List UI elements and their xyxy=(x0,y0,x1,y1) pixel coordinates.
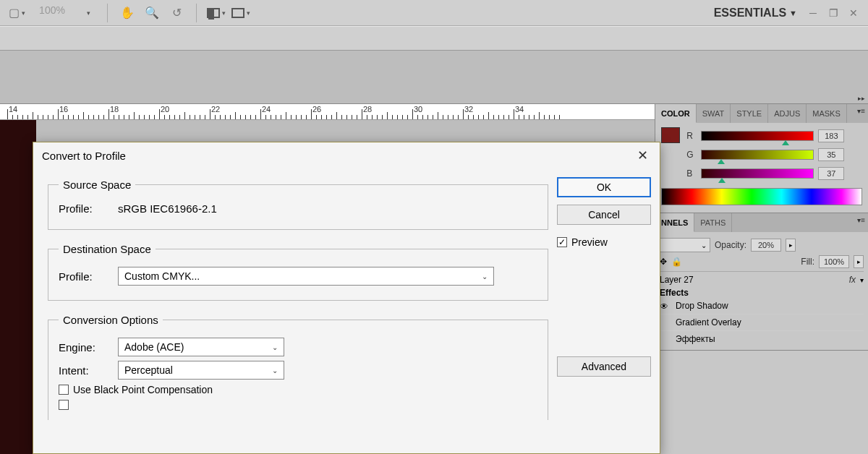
cancel-button[interactable]: Cancel xyxy=(557,205,651,225)
chevron-down-icon: ⌄ xyxy=(272,367,278,374)
conversion-options-legend: Conversion Options xyxy=(59,314,163,326)
preview-label: Preview xyxy=(571,236,608,248)
color-slider[interactable] xyxy=(701,150,814,160)
preview-checkbox[interactable] xyxy=(557,237,567,247)
intent-select[interactable]: Perceptual ⌄ xyxy=(118,361,284,380)
opacity-label: Opacity: xyxy=(715,240,746,250)
opacity-value[interactable]: 20% xyxy=(751,239,781,252)
arrangement-dropdown[interactable] xyxy=(206,3,226,23)
channel-value[interactable]: 183 xyxy=(818,129,844,142)
expand-arrow-icon[interactable]: ▸▸ xyxy=(858,95,865,102)
zoom-readout[interactable]: 100% xyxy=(29,4,75,22)
tab-masks[interactable]: MASKS xyxy=(807,104,847,123)
screenmode-icon xyxy=(231,8,244,18)
file-dropdown[interactable]: ▢ xyxy=(7,3,27,23)
workspace-switcher[interactable]: ESSENTIALS ▼ xyxy=(714,7,797,20)
workspace-label: ESSENTIALS xyxy=(714,7,786,20)
ruler-mark: 26 xyxy=(312,105,321,113)
ruler-mark: 22 xyxy=(211,105,220,113)
fill-value[interactable]: 100% xyxy=(819,255,849,268)
visibility-icon[interactable]: 👁 xyxy=(660,301,671,310)
tab-adjustments[interactable]: ADJUS xyxy=(768,104,807,123)
tab-swatches[interactable]: SWAT xyxy=(697,104,731,123)
channel-label: R xyxy=(686,131,697,141)
destination-space-group: Destination Space Profile: Custom CMYK..… xyxy=(48,243,548,301)
screenmode-dropdown[interactable] xyxy=(231,3,251,23)
source-space-legend: Source Space xyxy=(59,179,135,191)
hand-tool-icon[interactable]: ✋ xyxy=(117,3,137,23)
convert-to-profile-dialog: Convert to Profile ✕ Source Space Profil… xyxy=(33,142,660,454)
minimize-icon[interactable]: ─ xyxy=(806,6,820,20)
color-slider[interactable] xyxy=(701,131,814,141)
advanced-button[interactable]: Advanced xyxy=(557,356,651,377)
main-toolbar: ▢ 100% ✋ 🔍 ↺ ESSENTIALS ▼ ─ ❐ ✕ xyxy=(0,0,868,26)
effect-drop-shadow[interactable]: Drop Shadow xyxy=(676,301,728,311)
fill-label: Fill: xyxy=(801,257,814,267)
foreground-color-swatch[interactable] xyxy=(661,127,680,143)
blend-mode-select[interactable]: ⌄ xyxy=(660,238,710,252)
ruler-mark: 28 xyxy=(363,105,372,113)
effect-gradient-overlay[interactable]: Gradient Overlay xyxy=(676,317,741,327)
horizontal-ruler: 1416182022242628303234 xyxy=(0,104,655,120)
workspace-area: ESSENTIALS ▼ ─ ❐ ✕ xyxy=(714,6,861,20)
chevron-down-icon: ⌄ xyxy=(272,343,278,351)
tab-paths[interactable]: PATHS xyxy=(694,213,732,232)
fx-dropdown-icon[interactable]: ▾ xyxy=(860,276,864,284)
engine-select[interactable]: Adobe (ACE) ⌄ xyxy=(118,338,284,356)
ruler-mark: 30 xyxy=(414,105,422,113)
move-icon[interactable]: ✥ xyxy=(660,257,667,267)
chevron-down-icon: ⌄ xyxy=(482,273,488,280)
ruler-mark: 14 xyxy=(9,105,17,113)
restore-icon[interactable]: ❐ xyxy=(826,6,841,20)
ruler-mark: 24 xyxy=(262,105,271,113)
black-point-checkbox[interactable] xyxy=(59,385,69,395)
destination-profile-select[interactable]: Custom CMYK... ⌄ xyxy=(118,267,494,286)
source-profile-value: sRGB IEC61966-2.1 xyxy=(118,202,217,215)
dialog-title: Convert to Profile xyxy=(42,150,126,162)
ruler-mark: 20 xyxy=(161,105,169,113)
lock-icon[interactable]: 🔒 xyxy=(671,257,682,267)
layers-panel-tabs: NNELS PATHS ▾≡ xyxy=(655,213,868,232)
zoom-tool-icon[interactable]: 🔍 xyxy=(142,3,162,23)
ruler-mark: 18 xyxy=(110,105,119,113)
black-point-label: Use Black Point Compensation xyxy=(73,384,213,395)
color-panel-tabs: COLOR SWAT STYLE ADJUS MASKS ▾≡ xyxy=(655,104,868,123)
source-space-group: Source Space Profile: sRGB IEC61966-2.1 xyxy=(48,179,548,230)
profile-label: Profile: xyxy=(59,270,111,283)
engine-label: Engine: xyxy=(59,341,111,354)
ruler-mark: 32 xyxy=(464,105,473,113)
intent-value: Perceptual xyxy=(124,364,173,376)
layer-name[interactable]: Layer 27 xyxy=(660,275,845,285)
panel-menu-icon[interactable]: ▾≡ xyxy=(857,107,865,115)
fx-badge[interactable]: fx xyxy=(849,275,856,285)
rotate-tool-icon[interactable]: ↺ xyxy=(166,3,187,23)
conversion-options-group: Conversion Options Engine: Adobe (ACE) ⌄… xyxy=(48,314,548,420)
close-icon[interactable]: ✕ xyxy=(634,147,651,163)
tab-channels[interactable]: NNELS xyxy=(655,213,694,232)
effect-group-label: Эффекты xyxy=(676,334,715,344)
panel-menu-icon[interactable]: ▾≡ xyxy=(857,216,865,224)
tab-styles[interactable]: STYLE xyxy=(731,104,768,123)
channel-label: B xyxy=(686,168,697,179)
channel-value[interactable]: 37 xyxy=(818,167,844,180)
zoom-dropdown[interactable] xyxy=(77,3,98,23)
ok-button[interactable]: OK xyxy=(557,177,651,197)
close-window-icon[interactable]: ✕ xyxy=(846,6,861,20)
separator xyxy=(107,4,108,22)
channel-value[interactable]: 35 xyxy=(818,148,844,161)
profile-label: Profile: xyxy=(59,202,111,215)
ruler-mark: 16 xyxy=(59,105,68,113)
color-spectrum[interactable] xyxy=(661,188,862,205)
document-tab-bar: ▸▸ xyxy=(0,51,868,104)
color-slider[interactable] xyxy=(701,168,814,179)
tab-color[interactable]: COLOR xyxy=(655,104,697,123)
canvas-document[interactable] xyxy=(0,120,36,454)
effects-label: Effects xyxy=(660,288,689,298)
intent-label: Intent: xyxy=(59,364,111,377)
destination-profile-value: Custom CMYK... xyxy=(124,270,200,282)
fill-slider-button[interactable]: ▸ xyxy=(854,255,864,268)
destination-space-legend: Destination Space xyxy=(59,243,156,255)
channel-label: G xyxy=(686,150,697,160)
dither-checkbox[interactable] xyxy=(59,400,69,410)
opacity-slider-button[interactable]: ▸ xyxy=(786,239,796,252)
